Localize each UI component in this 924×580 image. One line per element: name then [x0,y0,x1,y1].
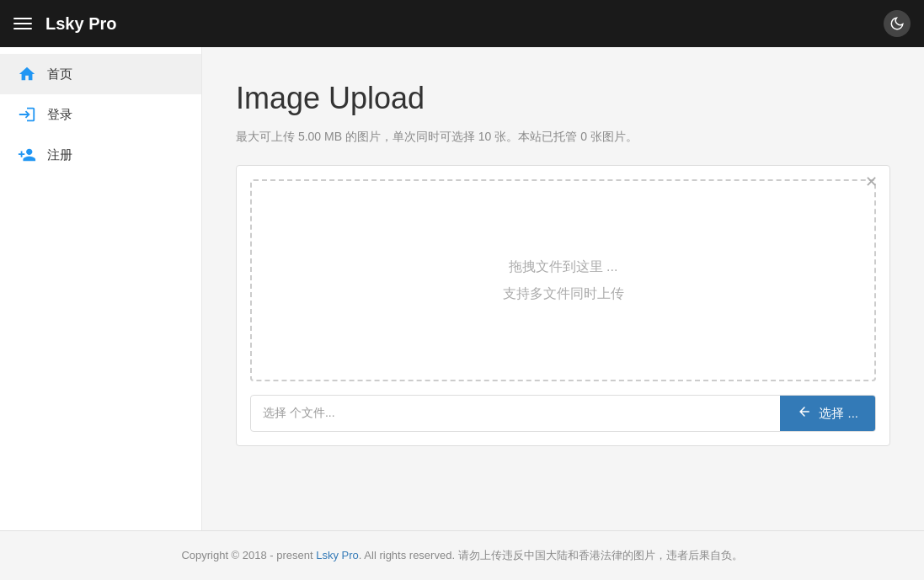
sidebar-label-home: 首页 [47,67,72,82]
navbar: Lsky Pro [0,0,924,47]
upload-icon [797,404,812,423]
footer-link[interactable]: Lsky Pro [316,549,359,561]
footer: Copyright © 2018 - present Lsky Pro. All… [0,530,924,580]
register-icon [17,145,37,165]
theme-toggle-button[interactable] [884,10,911,37]
sidebar: 首页 登录 注册 [0,47,202,530]
sidebar-label-login: 登录 [47,107,72,123]
sidebar-item-login[interactable]: 登录 [0,94,201,135]
close-button[interactable]: ✕ [865,174,878,189]
hamburger-icon[interactable] [13,18,32,29]
main-content: Image Upload 最大可上传 5.00 MB 的图片，单次同时可选择 1… [202,47,924,530]
page-subtitle: 最大可上传 5.00 MB 的图片，单次同时可选择 10 张。本站已托管 0 张… [236,130,890,145]
page-title: Image Upload [236,81,890,116]
footer-text-before: Copyright © 2018 - present [181,549,316,561]
file-input-row: 选择 个文件... 选择 ... [250,395,876,432]
drop-zone-line2: 支持多文件同时上传 [503,280,624,307]
file-select-button[interactable]: 选择 ... [780,396,875,431]
home-icon [17,64,37,84]
navbar-brand: Lsky Pro [45,14,116,34]
footer-text-after: . All rights reserved. 请勿上传违反中国大陆和香港法律的图… [359,549,743,561]
drop-zone[interactable]: 拖拽文件到这里 ... 支持多文件同时上传 [250,179,876,381]
sidebar-item-home[interactable]: 首页 [0,54,201,94]
drop-zone-line1: 拖拽文件到这里 ... [509,253,618,280]
navbar-left: Lsky Pro [13,14,116,34]
sidebar-item-register[interactable]: 注册 [0,135,201,175]
file-input-placeholder: 选择 个文件... [251,397,780,429]
login-icon [17,104,37,125]
sidebar-label-register: 注册 [47,147,72,163]
file-select-label: 选择 ... [819,406,858,422]
main-layout: 首页 登录 注册 Image Upload 最大可上传 5.00 MB 的图片，… [0,47,924,530]
upload-card: ✕ 拖拽文件到这里 ... 支持多文件同时上传 选择 个文件... 选择 ... [236,165,890,446]
